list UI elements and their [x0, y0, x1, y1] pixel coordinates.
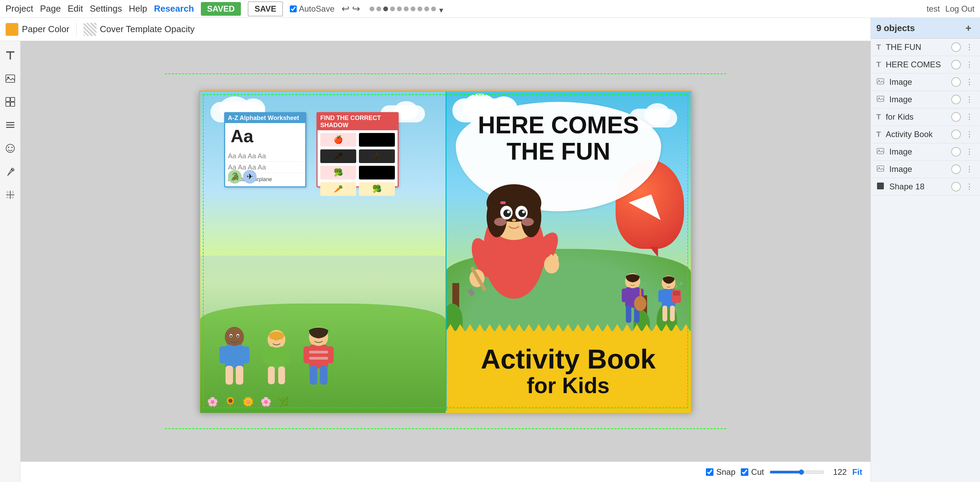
panel-item-shape-18[interactable]: Shape 18 ⋮ [871, 178, 980, 195]
undo-button[interactable]: ↩ [342, 3, 349, 14]
panel-item-menu-6[interactable]: ⋮ [964, 129, 975, 140]
svg-point-66 [507, 211, 510, 213]
panel-item-menu-8[interactable]: ⋮ [964, 164, 975, 174]
save-button[interactable]: SAVE [248, 2, 283, 16]
svg-rect-108 [877, 148, 884, 154]
panel-item-label-8: Image [889, 165, 948, 174]
menu-project[interactable]: Project [5, 3, 33, 14]
fit-button[interactable]: Fit [853, 467, 862, 477]
logout-button[interactable]: Log Out [945, 4, 975, 14]
left-sidebar [0, 41, 21, 482]
menu-research[interactable]: Research [154, 3, 194, 14]
panel-item-circle-8[interactable] [951, 165, 961, 174]
page-dot-10[interactable] [431, 6, 436, 11]
svg-text:♪: ♪ [675, 283, 678, 290]
panel-item-menu-4[interactable]: ⋮ [964, 94, 975, 105]
autosave-label: AutoSave [299, 4, 334, 14]
panel-item-menu-2[interactable]: ⋮ [964, 59, 975, 70]
autosave-checkbox[interactable] [290, 5, 297, 12]
panel-item-menu-7[interactable]: ⋮ [964, 147, 975, 157]
panel-item-circle-1[interactable] [951, 43, 961, 52]
svg-rect-5 [11, 97, 15, 101]
snap-toggle[interactable]: Snap [706, 467, 735, 477]
svg-rect-9 [6, 124, 14, 125]
panel-item-for-kids[interactable]: T for Kids ⋮ [871, 108, 980, 126]
panel-item-circle-2[interactable] [951, 60, 961, 70]
sidebar-emoji-tool[interactable] [3, 141, 18, 156]
text-icon-2: T [876, 60, 881, 69]
text-icon-1: T [876, 43, 881, 52]
panel-item-circle-9[interactable] [951, 182, 961, 192]
svg-point-27 [226, 328, 243, 346]
panel-item-the-fun[interactable]: T THE FUN ⋮ [871, 39, 980, 56]
worksheet-card-1: A-Z Alphabet Worksheet Aa Aa Aa Aa Aa Aa… [224, 112, 306, 187]
panel-item-label-2: HERE COMES [886, 60, 948, 70]
panel-item-menu-3[interactable]: ⋮ [964, 77, 975, 87]
page-dot-5[interactable] [397, 6, 402, 11]
snap-checkbox[interactable] [706, 468, 713, 476]
panel-item-menu-1[interactable]: ⋮ [964, 42, 975, 52]
page-dot-3[interactable] [383, 6, 388, 11]
menu-edit[interactable]: Edit [68, 3, 83, 14]
page-dot-1[interactable] [369, 6, 374, 11]
panel-item-circle-5[interactable] [951, 112, 961, 122]
sidebar-grid-overlay-tool[interactable] [3, 187, 18, 202]
cut-toggle[interactable]: Cut [741, 467, 764, 477]
menu-settings[interactable]: Settings [90, 3, 122, 14]
svg-rect-7 [11, 102, 15, 106]
panel-item-image-3[interactable]: Image ⋮ [871, 143, 980, 161]
right-panel: 9 objects + T THE FUN ⋮ T HERE COMES ⋮ I… [870, 18, 980, 482]
panel-item-circle-6[interactable] [951, 130, 961, 139]
image-icon-2 [876, 95, 885, 105]
panel-item-label-7: Image [889, 147, 948, 157]
svg-point-12 [8, 147, 9, 148]
page-dot-8[interactable] [417, 6, 422, 11]
menu-help[interactable]: Help [129, 3, 147, 14]
page-dot-2[interactable] [376, 6, 381, 11]
panel-item-image-4[interactable]: Image ⋮ [871, 161, 980, 178]
sidebar-grid-tool[interactable] [3, 94, 18, 109]
cut-checkbox[interactable] [741, 468, 748, 476]
username-label: test [927, 4, 940, 14]
template-opacity-button[interactable]: Cover Template Opacity [83, 23, 195, 36]
page-dot-arrow[interactable]: ▼ [438, 6, 443, 11]
svg-rect-110 [877, 166, 884, 171]
panel-header: 9 objects + [871, 18, 980, 39]
saved-button[interactable]: SAVED [201, 2, 241, 16]
panel-item-circle-3[interactable] [951, 77, 961, 87]
sidebar-image-tool[interactable] [3, 71, 18, 86]
redo-button[interactable]: ↪ [352, 3, 360, 14]
page-dot-6[interactable] [404, 6, 409, 11]
svg-point-68 [512, 219, 516, 222]
page-dot-4[interactable] [390, 6, 395, 11]
zoom-slider[interactable] [770, 469, 824, 475]
sidebar-text-tool[interactable] [3, 48, 18, 63]
page-dot-7[interactable] [410, 6, 415, 11]
svg-rect-48 [320, 366, 328, 385]
sidebar-list-tool[interactable] [3, 117, 18, 133]
bubble-text-line2: THE FUN [463, 138, 654, 165]
svg-rect-44 [309, 344, 328, 368]
sidebar-paint-tool[interactable] [3, 164, 18, 179]
svg-rect-24 [243, 346, 250, 363]
svg-rect-6 [6, 102, 10, 106]
panel-add-button[interactable]: + [962, 22, 975, 34]
panel-item-activity-book[interactable]: T Activity Book ⋮ [871, 126, 980, 143]
panel-item-circle-7[interactable] [951, 147, 961, 157]
bubble-text-line1: HERE COMES [463, 112, 654, 138]
menu-page[interactable]: Page [40, 3, 61, 14]
image-icon-3 [876, 147, 885, 157]
paper-color-button[interactable]: Paper Color [5, 23, 70, 36]
panel-item-menu-5[interactable]: ⋮ [964, 112, 975, 122]
panel-item-image-2[interactable]: Image ⋮ [871, 91, 980, 108]
panel-item-image-1[interactable]: Image ⋮ [871, 73, 980, 91]
panel-item-menu-9[interactable]: ⋮ [964, 182, 975, 192]
kid-3 [298, 324, 339, 392]
svg-point-69 [494, 218, 506, 226]
panel-item-circle-4[interactable] [951, 95, 961, 104]
svg-rect-90 [640, 289, 641, 306]
page-dot-9[interactable] [424, 6, 429, 11]
autosave-toggle[interactable]: AutoSave [290, 4, 334, 14]
paper-color-label: Paper Color [22, 24, 70, 35]
panel-item-here-comes[interactable]: T HERE COMES ⋮ [871, 56, 980, 73]
